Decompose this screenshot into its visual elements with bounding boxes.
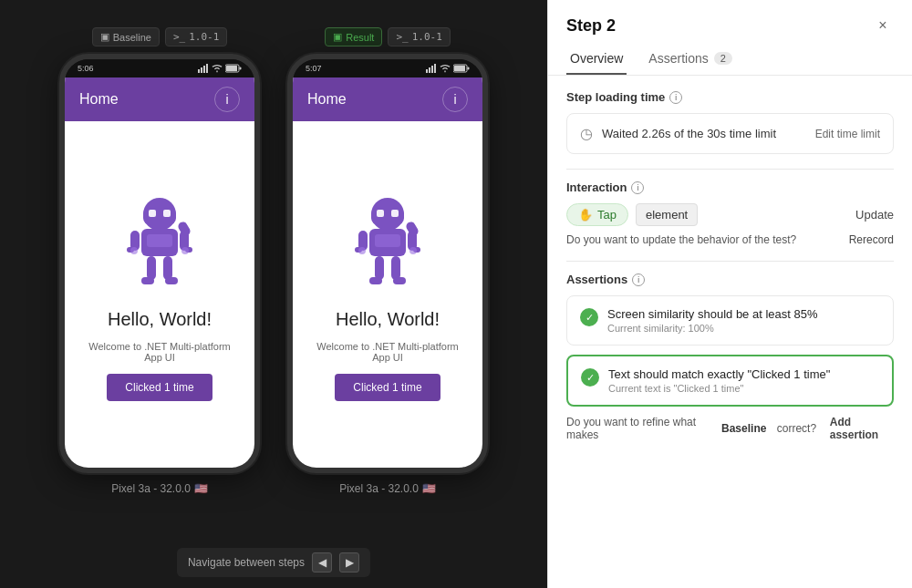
svg-rect-42 xyxy=(391,256,400,280)
baseline-device-label: Pixel 3a - 32.0.0 🇺🇸 xyxy=(111,482,208,495)
result-icon: ▣ xyxy=(333,31,342,43)
result-phone-container: ▣ Result >_ 1.0-1 5:07 xyxy=(287,27,488,495)
tab-assertions-label: Assertions xyxy=(648,51,708,66)
baseline-tag-label: Baseline xyxy=(113,32,151,43)
baseline-bottom-bar xyxy=(65,468,254,473)
rerecord-link[interactable]: Rerecord xyxy=(849,233,894,246)
navigate-prev-button[interactable]: ◀ xyxy=(312,552,332,573)
tab-overview-label: Overview xyxy=(570,51,623,66)
interaction-question-text: Do you want to update the behavior of th… xyxy=(566,233,796,246)
assertion-text-1: Screen similarity should be at least 85%… xyxy=(607,307,880,334)
divider-1 xyxy=(566,169,894,170)
baseline-clicked-button[interactable]: Clicked 1 time xyxy=(107,374,212,401)
baseline-time: 5:06 xyxy=(78,64,94,73)
baseline-app-icon: i xyxy=(214,87,240,112)
assertion-check-icon-1: ✓ xyxy=(580,308,598,326)
svg-rect-27 xyxy=(434,64,436,73)
tabs-row: Overview Assertions 2 xyxy=(548,36,912,76)
svg-rect-33 xyxy=(377,210,384,217)
baseline-version-tag: >_ 1.0-1 xyxy=(165,27,227,46)
svg-rect-1 xyxy=(201,67,202,73)
baseline-device-name: Pixel 3a - 32.0.0 xyxy=(111,482,191,495)
baseline-tag: ▣ Baseline xyxy=(92,27,160,46)
phone-comparison-row: ▣ Baseline >_ 1.0-1 5:06 xyxy=(59,27,488,495)
assertion-item-similarity: ✓ Screen similarity should be at least 8… xyxy=(566,295,894,346)
time-card: ◷ Waited 2.26s of the 30s time limit Edi… xyxy=(566,113,894,154)
svg-point-22 xyxy=(130,247,138,254)
result-content: Hello, World! Welcome to .NET Multi-plat… xyxy=(293,121,482,468)
element-chip: element xyxy=(636,203,698,226)
panel-body: Step loading time i ◷ Waited 2.26s of th… xyxy=(548,76,912,588)
baseline-phone-frame: 5:06 Home i xyxy=(59,54,260,473)
baseline-app-bar: Home i xyxy=(65,77,254,121)
baseline-status-icons xyxy=(198,64,242,73)
navigate-next-button[interactable]: ▶ xyxy=(339,552,359,573)
baseline-hello-text: Hello, World! xyxy=(108,309,212,330)
assertions-baseline-question: Do you want to refine what makes Baselin… xyxy=(566,416,894,441)
result-status-bar: 5:07 xyxy=(293,59,482,77)
assertions-section: Assertions i ✓ Screen similarity should … xyxy=(566,273,894,441)
interaction-title-text: Interaction xyxy=(566,181,627,194)
step-loading-title-text: Step loading time xyxy=(566,90,665,104)
interaction-info-icon[interactable]: i xyxy=(631,181,644,194)
result-label-row: ▣ Result >_ 1.0-1 xyxy=(325,27,451,46)
assertions-info-icon[interactable]: i xyxy=(632,273,645,286)
result-version-tag: >_ 1.0-1 xyxy=(388,27,450,46)
svg-rect-45 xyxy=(405,220,420,237)
svg-rect-6 xyxy=(240,67,242,70)
right-panel: Step 2 × Overview Assertions 2 Step load… xyxy=(547,0,912,588)
assertion-main-1: Screen similarity should be at least 85% xyxy=(607,307,880,321)
add-assertion-link[interactable]: Add assertion xyxy=(830,416,894,441)
divider-2 xyxy=(566,261,894,262)
tap-label: Tap xyxy=(597,208,617,222)
baseline-screen: Home i xyxy=(65,77,254,468)
baseline-welcome-text: Welcome to .NET Multi-platform App UI xyxy=(83,341,236,363)
assertion-sub-2: Current text is "Clicked 1 time" xyxy=(608,383,879,394)
result-screen: Home i xyxy=(293,77,482,468)
result-tag-label: Result xyxy=(346,32,374,43)
result-app-title: Home xyxy=(307,91,347,108)
baseline-app-title: Home xyxy=(79,91,119,108)
close-button[interactable]: × xyxy=(872,15,894,36)
svg-rect-34 xyxy=(391,210,399,217)
result-signal-icon xyxy=(426,64,437,73)
step-loading-time-section: Step loading time i ◷ Waited 2.26s of th… xyxy=(566,90,894,154)
assertion-text-2: Text should match exactly "Clicked 1 tim… xyxy=(608,367,879,394)
assertions-title: Assertions i xyxy=(566,273,894,286)
assertions-baseline-bold: Baseline xyxy=(721,422,766,435)
baseline-content: Hello, World! Welcome to .NET Multi-plat… xyxy=(65,121,254,468)
svg-rect-9 xyxy=(149,210,156,217)
result-bottom-bar xyxy=(293,468,482,473)
signal-icon xyxy=(198,64,209,73)
baseline-robot-illustration xyxy=(114,189,205,298)
svg-rect-19 xyxy=(141,277,154,284)
baseline-terminal-icon: >_ xyxy=(173,31,185,43)
svg-rect-18 xyxy=(163,256,172,280)
interaction-section: Interaction i ✋ Tap element Update Do yo… xyxy=(566,181,894,246)
battery-icon xyxy=(225,64,242,73)
result-robot-illustration xyxy=(342,189,433,298)
svg-rect-24 xyxy=(426,69,428,73)
result-clicked-button[interactable]: Clicked 1 time xyxy=(335,374,440,401)
svg-rect-25 xyxy=(429,67,430,73)
assertion-item-text-match: ✓ Text should match exactly "Clicked 1 t… xyxy=(566,355,894,407)
clock-icon: ◷ xyxy=(580,125,593,142)
result-phone-frame: 5:07 Home i xyxy=(287,54,488,473)
time-card-left: ◷ Waited 2.26s of the 30s time limit xyxy=(580,125,776,142)
interaction-question-row: Do you want to update the behavior of th… xyxy=(566,233,894,246)
svg-rect-12 xyxy=(147,234,172,247)
svg-rect-0 xyxy=(198,69,200,73)
step-loading-info-icon[interactable]: i xyxy=(669,91,682,104)
tab-assertions[interactable]: Assertions 2 xyxy=(645,44,735,75)
update-link[interactable]: Update xyxy=(855,208,894,222)
svg-rect-43 xyxy=(369,277,382,284)
assertions-question-text2: correct? xyxy=(777,422,816,435)
svg-rect-17 xyxy=(147,256,156,280)
svg-rect-20 xyxy=(165,277,178,284)
svg-rect-21 xyxy=(177,220,192,237)
wifi-icon xyxy=(212,64,223,73)
baseline-label-row: ▣ Baseline >_ 1.0-1 xyxy=(92,27,228,46)
tab-overview[interactable]: Overview xyxy=(566,44,627,75)
assertion-sub-1: Current similarity: 100% xyxy=(607,323,880,334)
edit-time-limit-link[interactable]: Edit time limit xyxy=(815,128,880,140)
